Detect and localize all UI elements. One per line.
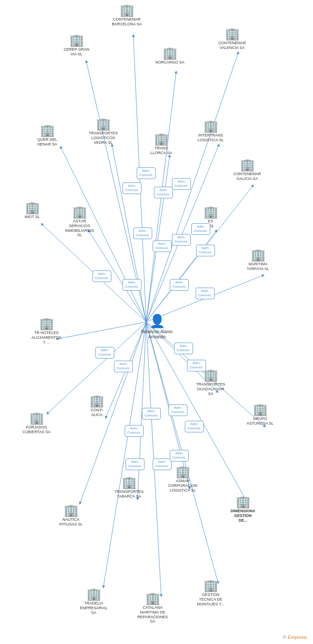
adm-badge-20[interactable]: Adm.Concurs. — [185, 421, 204, 432]
adm-badge-12[interactable]: Adm.Concurs. — [196, 288, 215, 299]
adm-badge-19[interactable]: Adm.Concurs. — [169, 404, 187, 416]
adm-badge-23[interactable]: Adm.Concurs. — [170, 450, 189, 462]
adm-badge-7[interactable]: Adm.Concurs. — [191, 223, 210, 235]
building-icon-nautica: 🏢 — [64, 504, 79, 516]
building-icon-trans_llorca: 🏢 — [154, 133, 169, 145]
node-label-imot: IMOT SL — [25, 215, 40, 219]
copyright: © Empresa — [283, 635, 307, 640]
building-icon-imot: 🏢 — [25, 202, 40, 214]
node-trans_llorca[interactable]: 🏢 TRANSLLORCA SA — [146, 133, 176, 155]
node-gestion_tecnica[interactable]: 🏢 GESTIONTECNICA DEMONTAJES Y... — [196, 580, 226, 606]
adm-badge-18[interactable]: Adm.Concurs. — [125, 425, 144, 437]
adm-badge-15[interactable]: Adm.Concurs. — [174, 343, 193, 354]
adm-badge-16[interactable]: Adm.Concurs. — [187, 360, 206, 371]
building-icon-quer_henar: 🏢 — [40, 125, 55, 137]
node-label-tradelia: TRADELIAEMPRESARIAL SA — [79, 601, 109, 615]
node-label-conti_alica: CONTIALICA — [91, 408, 103, 417]
node-tr_hoteles[interactable]: 🏢 TR HOTELESALOJAMIENTOSY ... — [31, 318, 61, 344]
node-label-contenemar_gal: CONTENEMARGALICIA SA — [233, 172, 261, 181]
node-label-nautica: NAUTICAPITIUSAS SL — [59, 517, 83, 527]
node-label-transportes_vedra: TRANSPORTESLOGISTICOSVEDRA SL — [89, 131, 117, 145]
node-transportes_vedra[interactable]: 🏢 TRANSPORTESLOGISTICOSVEDRA SL — [88, 118, 118, 145]
center-node-label: Betancon Alamo Armando — [138, 329, 176, 340]
node-contenemar_bcn[interactable]: 🏢 CONTENEMARBARCELONA SA — [112, 4, 142, 27]
node-asmar[interactable]: 🏢 ASMARCORPORACIONLOGISTICA SL — [168, 466, 198, 492]
adm-badge-10[interactable]: Adm.Concurs. — [123, 279, 141, 291]
adm-badge-22[interactable]: Adm.Concurs. — [153, 459, 172, 470]
building-icon-contenemar_bcn: 🏢 — [120, 4, 135, 16]
adm-badge-8[interactable]: Adm.Concurs. — [196, 245, 215, 256]
node-nautica[interactable]: 🏢 NAUTICAPITIUSAS SL — [56, 504, 86, 527]
building-icon-es_sl: 🏢 — [203, 206, 218, 218]
building-icon-astur: 🏢 — [72, 206, 87, 218]
node-label-asmar: ASMARCORPORACIONLOGISTICA SL — [168, 479, 197, 492]
building-icon-intertrans: 🏢 — [203, 120, 218, 132]
adm-badge-6[interactable]: Adm.Concurs. — [172, 234, 191, 246]
building-icon-gestion_tecnica: 🏢 — [203, 580, 218, 592]
building-icon-grupo_astunosa: 🏢 — [253, 404, 268, 416]
node-label-cerep: CEREP GRANVIA SL — [64, 47, 89, 57]
node-conti_alica[interactable]: 🏢 CONTIALICA — [82, 395, 112, 417]
adm-badge-9[interactable]: Adm.Concurs. — [92, 270, 111, 282]
node-tradelia[interactable]: 🏢 TRADELIAEMPRESARIAL SA — [79, 588, 109, 615]
building-icon-tradelia: 🏢 — [86, 588, 101, 600]
node-label-astur: ASTURSERVICIOSINMOBILIARIOS SL — [64, 219, 95, 237]
adm-badge-2[interactable]: Adm.Concurs. — [154, 187, 173, 198]
node-contenemar_gal[interactable]: 🏢 CONTENEMARGALICIA SA — [232, 159, 262, 181]
node-label-contenemar_bcn: CONTENEMARBARCELONA SA — [112, 17, 142, 27]
node-label-forjados: FORJADOSCUBIERTAS SA — [22, 425, 50, 434]
node-label-contenemar_val: CONTENEMARVALENCIA SA — [218, 41, 246, 50]
building-icon-maritima_tarfaya: 🏢 — [251, 249, 266, 261]
building-icon-catalana: 🏢 — [145, 592, 160, 605]
adm-badge-14[interactable]: Adm.Concurs. — [114, 361, 133, 372]
node-label-maritima_tarfaya: MARITIMATARFAYA SL — [247, 262, 269, 271]
node-forjados[interactable]: 🏢 FORJADOSCUBIERTAS SA — [21, 412, 52, 434]
node-cerep[interactable]: 🏢 CEREP GRANVIA SL — [61, 34, 92, 57]
node-quer_henar[interactable]: 🏢 QUER DELHENAR SA — [32, 125, 62, 147]
building-icon-transportes_vedra: 🏢 — [96, 118, 111, 130]
node-label-dimensiona: DIMENSIONAGESTIONDE... — [230, 509, 255, 522]
node-maritima_tarfaya[interactable]: 🏢 MARITIMATARFAYA SL — [243, 249, 273, 271]
node-catalana[interactable]: 🏢 CATALANAMARITIMA DEREPARACIONES SA — [138, 592, 168, 624]
node-label-quer_henar: QUER DELHENAR SA — [37, 137, 57, 147]
building-icon-dimensiona: 🏢 — [236, 496, 251, 508]
adm-badge-11[interactable]: Adm.Concurs. — [170, 279, 189, 291]
adm-badge-0[interactable]: Adm.Concurs. — [137, 167, 156, 179]
adm-badge-17[interactable]: Adm.Concurs. — [142, 408, 161, 419]
building-icon-cerep: 🏢 — [69, 34, 84, 46]
adm-badge-1[interactable]: Adm.Concurs. — [123, 182, 141, 194]
node-label-gestion_tecnica: GESTIONTECNICA DEMONTAJES Y... — [197, 592, 224, 606]
building-icon-transportes_guadalaviar: 🏢 — [203, 369, 218, 381]
node-label-tr_hoteles: TR HOTELESALOJAMIENTOSY ... — [31, 331, 61, 344]
building-icon-tr_hoteles: 🏢 — [39, 318, 54, 330]
building-icon-norcargo: 🏢 — [163, 47, 178, 59]
center-node-person[interactable]: 👤 Betancon Alamo Armando — [138, 313, 176, 340]
adm-badge-3[interactable]: Adm.Concurs. — [172, 178, 191, 190]
node-transportes_guadalaviar[interactable]: 🏢 TRANSPORTESGUADALAVIAR SA — [196, 369, 226, 396]
building-icon-asmar: 🏢 — [175, 466, 190, 478]
person-icon: 👤 — [149, 313, 165, 328]
node-label-norcargo: NORCARGO SA — [155, 60, 184, 65]
adm-badge-5[interactable]: Adm.Concurs. — [153, 240, 172, 252]
adm-badge-4[interactable]: Adm.Concurs. — [133, 228, 152, 239]
node-dimensiona[interactable]: 🏢 DIMENSIONAGESTIONDE... — [228, 496, 258, 522]
node-label-trans_llorca: TRANSLLORCA SA — [150, 146, 172, 155]
node-astur[interactable]: 🏢 ASTURSERVICIOSINMOBILIARIOS SL — [64, 206, 95, 237]
building-icon-forjados: 🏢 — [29, 412, 44, 424]
node-label-grupo_astunosa: GRUPOASTUNOSA SL — [247, 416, 274, 426]
node-intertrans[interactable]: 🏢 INTERTRANSLOGISTICA SL — [196, 120, 226, 143]
building-icon-contenemar_val: 🏢 — [225, 28, 240, 40]
node-label-transportes_tabarca: TRANSPORTESTABARCA SA — [114, 489, 143, 499]
adm-badge-13[interactable]: Adm.Concurs. — [95, 347, 114, 358]
node-norcargo[interactable]: 🏢 NORCARGO SA — [155, 47, 185, 65]
node-label-catalana: CATALANAMARITIMA DEREPARACIONES SA — [138, 605, 168, 624]
node-transportes_tabarca[interactable]: 🏢 TRANSPORTESTABARCA SA — [114, 477, 144, 499]
adm-badge-21[interactable]: Adm.Concurs. — [126, 459, 144, 470]
node-contenemar_val[interactable]: 🏢 CONTENEMARVALENCIA SA — [217, 28, 247, 50]
node-imot[interactable]: 🏢 IMOT SL — [17, 202, 47, 219]
building-icon-conti_alica: 🏢 — [89, 395, 104, 407]
building-icon-transportes_tabarca: 🏢 — [122, 477, 137, 489]
node-label-transportes_guadalaviar: TRANSPORTESGUADALAVIAR SA — [196, 382, 226, 396]
building-icon-contenemar_gal: 🏢 — [240, 159, 255, 171]
node-grupo_astunosa[interactable]: 🏢 GRUPOASTUNOSA SL — [245, 404, 275, 426]
